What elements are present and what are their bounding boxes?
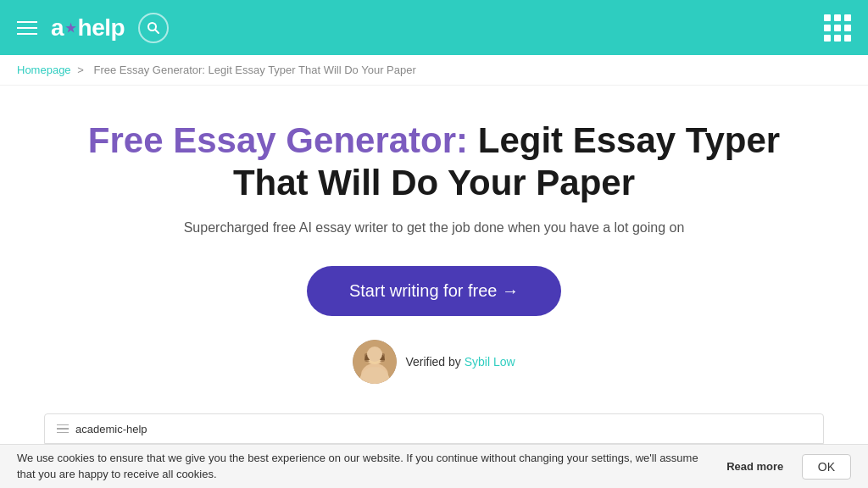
cookie-text: We use cookies to ensure that we give yo… <box>17 451 709 481</box>
breadcrumb-current: Free Essay Generator: Legit Essay Typer … <box>93 64 415 76</box>
search-icon[interactable] <box>138 13 169 43</box>
read-more-button[interactable]: Read more <box>726 460 785 473</box>
page-subtitle: Supercharged free AI essay writer to get… <box>184 220 685 236</box>
main-content: Free Essay Generator: Legit Essay Typer … <box>0 86 868 418</box>
logo-help: help <box>78 14 125 42</box>
start-writing-button[interactable]: Start writing for free → <box>307 266 561 316</box>
header: a ★ help <box>0 0 868 55</box>
bottom-bar-text: academic-help <box>75 423 147 435</box>
cookie-banner: We use cookies to ensure that we give yo… <box>0 444 868 488</box>
ok-button[interactable]: OK <box>802 454 851 480</box>
page-title-colored: Free Essay Generator: <box>88 120 468 160</box>
svg-point-6 <box>368 351 381 364</box>
logo[interactable]: a ★ help <box>51 14 125 42</box>
verified-section: Verified by Sybil Low <box>353 340 515 384</box>
logo-a: a <box>51 14 64 42</box>
grid-menu-icon[interactable] <box>824 14 851 42</box>
bottom-bar-preview: academic-help <box>44 413 824 444</box>
verified-name-link[interactable]: Sybil Low <box>465 355 515 369</box>
header-left: a ★ help <box>17 13 169 43</box>
avatar-image <box>353 340 397 384</box>
breadcrumb-separator: > <box>77 64 84 76</box>
page-title: Free Essay Generator: Legit Essay Typer … <box>53 119 815 205</box>
avatar <box>353 340 397 384</box>
svg-line-1 <box>155 30 159 33</box>
logo-star-icon: ★ <box>65 21 76 35</box>
breadcrumb: Homepage > Free Essay Generator: Legit E… <box>0 55 868 86</box>
verified-text: Verified by Sybil Low <box>405 355 515 369</box>
hamburger-menu-icon[interactable] <box>17 21 37 35</box>
bottom-bar-menu-icon <box>57 424 69 434</box>
verified-prefix: Verified by <box>405 355 460 369</box>
breadcrumb-home-link[interactable]: Homepage <box>17 64 71 76</box>
